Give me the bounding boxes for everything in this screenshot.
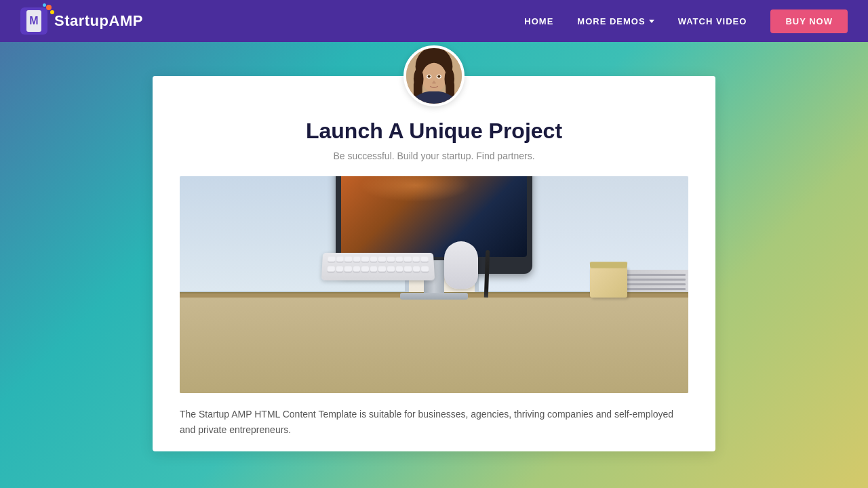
nav-more-demos[interactable]: MORE DEMOS xyxy=(577,16,654,26)
keyboard xyxy=(321,253,435,281)
buy-now-button[interactable]: BUY NOW xyxy=(770,9,848,33)
svg-point-10 xyxy=(437,75,441,78)
brand-name: StartupAMP xyxy=(54,12,143,30)
desk-scene xyxy=(180,176,688,393)
spark-blue xyxy=(43,3,46,7)
navbar: M StartupAMP HOME MORE DEMOS WATCH VIDEO… xyxy=(0,0,868,42)
card-title: Launch A Unique Project xyxy=(153,119,715,144)
navbar-nav: HOME MORE DEMOS WATCH VIDEO BUY NOW xyxy=(524,9,848,33)
card-image xyxy=(180,176,688,393)
svg-point-2 xyxy=(422,63,446,93)
chevron-down-icon xyxy=(649,20,654,23)
brand: M StartupAMP xyxy=(20,7,143,35)
card-body-text: The Startup AMP HTML Content Template is… xyxy=(153,393,715,438)
brand-letter: M xyxy=(29,16,38,26)
avatar xyxy=(403,45,465,106)
imac-screen-inner xyxy=(341,176,527,257)
small-box-top xyxy=(590,262,627,268)
brand-icon: M xyxy=(20,7,47,35)
spark-orange xyxy=(46,5,52,10)
keyboard-keys xyxy=(327,256,429,274)
main-card: Launch A Unique Project Be successful. B… xyxy=(153,76,715,451)
main-content: Launch A Unique Project Be successful. B… xyxy=(0,42,868,451)
desk-surface xyxy=(180,298,688,393)
screen-glow xyxy=(359,176,471,202)
nav-watch-video[interactable]: WATCH VIDEO xyxy=(678,16,747,26)
nav-home[interactable]: HOME xyxy=(524,16,553,26)
imac-base xyxy=(400,293,468,300)
avatar-wrap xyxy=(153,45,715,106)
card-subtitle: Be successful. Build your startup. Find … xyxy=(153,150,715,161)
spark-yellow xyxy=(50,10,54,14)
mouse xyxy=(444,241,478,289)
svg-point-9 xyxy=(427,75,431,78)
small-box xyxy=(590,267,627,298)
